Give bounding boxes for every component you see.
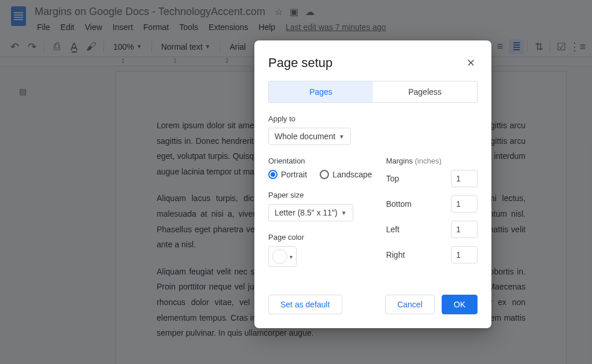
cancel-button[interactable]: Cancel (385, 295, 435, 314)
margin-left-label: Left (386, 225, 399, 234)
caret-icon: ▾ (290, 254, 293, 260)
margin-bottom-input[interactable] (451, 195, 478, 213)
radio-label: Landscape (332, 170, 372, 179)
apply-to-label: Apply to (268, 114, 478, 123)
radio-icon (320, 170, 329, 179)
orientation-landscape-radio[interactable]: Landscape (320, 170, 372, 179)
close-icon[interactable]: ✕ (464, 54, 478, 72)
tab-pages[interactable]: Pages (269, 81, 373, 102)
margins-label: Margins (inches) (386, 157, 478, 165)
margin-left-input[interactable] (451, 221, 478, 238)
apply-to-value: Whole document (275, 132, 335, 141)
orientation-label: Orientation (268, 157, 372, 165)
page-color-label: Page color (268, 233, 372, 242)
ok-button[interactable]: OK (442, 295, 478, 314)
paper-size-label: Paper size (268, 191, 372, 199)
caret-icon: ▼ (339, 133, 345, 140)
radio-label: Portrait (281, 170, 307, 179)
paper-size-value: Letter (8.5" x 11") (275, 208, 338, 217)
paper-size-select[interactable]: Letter (8.5" x 11") ▼ (268, 204, 353, 221)
margin-right-input[interactable] (451, 246, 478, 263)
apply-to-select[interactable]: Whole document ▼ (268, 128, 351, 145)
orientation-portrait-radio[interactable]: Portrait (268, 170, 307, 179)
color-swatch-icon (272, 249, 287, 264)
margin-top-input[interactable] (451, 170, 478, 187)
page-setup-dialog: Page setup ✕ Pages Pageless Apply to Who… (254, 40, 491, 328)
page-mode-tabs: Pages Pageless (268, 81, 478, 103)
radio-icon (268, 170, 278, 179)
dialog-title: Page setup (268, 55, 332, 70)
margin-top-label: Top (386, 174, 399, 183)
set-as-default-button[interactable]: Set as default (268, 295, 342, 314)
margin-right-label: Right (386, 250, 405, 259)
tab-pageless[interactable]: Pageless (373, 81, 477, 102)
caret-icon: ▼ (341, 210, 347, 216)
margin-bottom-label: Bottom (386, 199, 412, 209)
page-color-select[interactable]: ▾ (268, 246, 297, 267)
